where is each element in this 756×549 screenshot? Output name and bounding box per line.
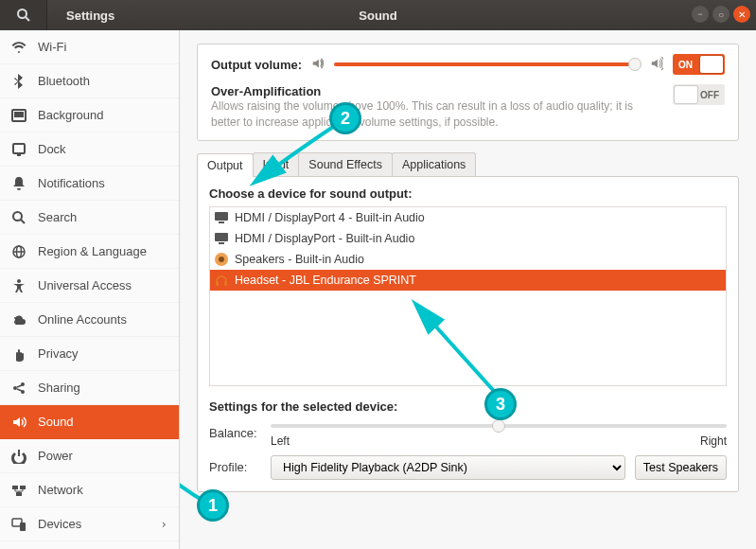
tab-applications[interactable]: Applications xyxy=(392,152,476,176)
svg-point-12 xyxy=(14,317,16,319)
svg-point-0 xyxy=(18,9,26,18)
sidebar-item-devices[interactable]: Devices› xyxy=(0,507,179,541)
header-search-button[interactable] xyxy=(0,0,47,30)
output-volume-label: Output volume: xyxy=(211,58,302,72)
sidebar-item-bluetooth[interactable]: Bluetooth xyxy=(0,64,179,98)
device-row[interactable]: Speakers - Built-in Audio xyxy=(210,249,726,270)
svg-point-13 xyxy=(13,386,17,390)
wifi-icon xyxy=(11,40,26,55)
minimize-button[interactable]: － xyxy=(692,6,709,23)
device-row[interactable]: HDMI / DisplayPort 4 - Built-in Audio xyxy=(210,207,726,228)
sidebar-item-label: Privacy xyxy=(38,346,79,361)
monitor-icon xyxy=(214,210,229,225)
svg-rect-24 xyxy=(215,212,228,221)
profile-select[interactable]: High Fidelity Playback (A2DP Sink) xyxy=(271,455,625,480)
sidebar-item-label: Wi-Fi xyxy=(38,40,66,54)
svg-rect-5 xyxy=(17,154,21,156)
svg-rect-26 xyxy=(215,233,228,241)
tab-sound-effects[interactable]: Sound Effects xyxy=(298,152,393,176)
background-icon xyxy=(11,108,26,123)
tab-output[interactable]: Output xyxy=(197,153,254,177)
sidebar: Wi-FiBluetoothBackgroundDockNotification… xyxy=(0,30,180,549)
sidebar-item-privacy[interactable]: Privacy xyxy=(0,337,179,371)
globe-icon xyxy=(11,244,26,259)
tab-body: Choose a device for sound output: HDMI /… xyxy=(197,176,739,492)
sidebar-item-label: Universal Access xyxy=(38,278,132,292)
profile-label: Profile: xyxy=(209,460,261,474)
output-volume-panel: Output volume: ON Over- xyxy=(197,44,739,141)
sidebar-item-label: Sound xyxy=(38,415,74,429)
close-button[interactable]: ✕ xyxy=(733,6,750,23)
output-volume-slider[interactable] xyxy=(334,58,641,71)
speaker-icon xyxy=(311,57,325,73)
content: Output volume: ON Over- xyxy=(180,30,756,549)
device-name: HDMI / DisplayPort 4 - Built-in Audio xyxy=(235,211,425,224)
sidebar-item-notifications[interactable]: Notifications xyxy=(0,167,179,201)
svg-rect-17 xyxy=(20,486,26,489)
sidebar-item-sound[interactable]: Sound xyxy=(0,405,179,439)
speaker-icon xyxy=(214,252,229,267)
maximize-button[interactable]: ○ xyxy=(712,6,730,23)
sidebar-item-label: Online Accounts xyxy=(38,312,127,327)
cloud-icon xyxy=(11,312,26,328)
device-row[interactable]: HDMI / DisplayPort - Built-in Audio xyxy=(210,228,726,249)
headset-icon xyxy=(214,273,229,288)
sidebar-item-dock[interactable]: Dock xyxy=(0,133,179,167)
speaker-loud-icon xyxy=(650,57,663,73)
hand-icon xyxy=(11,346,26,362)
device-name: HDMI / DisplayPort - Built-in Audio xyxy=(235,232,414,245)
overamp-title: Over-Amplification xyxy=(211,84,658,98)
dock-icon xyxy=(11,142,26,157)
svg-rect-3 xyxy=(14,112,24,117)
bluetooth-icon xyxy=(11,74,26,89)
share-icon xyxy=(11,381,26,396)
balance-label: Balance: xyxy=(209,426,261,440)
svg-rect-25 xyxy=(219,221,224,223)
monitor-icon xyxy=(214,231,229,246)
balance-slider[interactable]: Left Right xyxy=(271,419,727,448)
sidebar-item-label: Sharing xyxy=(38,381,80,395)
svg-point-11 xyxy=(17,279,21,283)
sidebar-item-label: Power xyxy=(38,449,73,463)
overamp-switch[interactable]: OFF xyxy=(673,84,725,105)
svg-line-1 xyxy=(26,17,29,21)
choose-device-header: Choose a device for sound output: xyxy=(209,186,727,201)
sidebar-item-search[interactable]: Search xyxy=(0,201,179,235)
sidebar-item-wi-fi[interactable]: Wi-Fi xyxy=(0,30,179,64)
balance-left-label: Left xyxy=(271,434,290,448)
device-list[interactable]: HDMI / DisplayPort 4 - Built-in AudioHDM… xyxy=(209,206,727,386)
svg-rect-30 xyxy=(216,281,219,286)
output-volume-switch[interactable]: ON xyxy=(673,54,725,75)
sidebar-item-power[interactable]: Power xyxy=(0,439,179,473)
svg-rect-20 xyxy=(20,522,26,531)
svg-line-7 xyxy=(21,220,25,223)
network-icon xyxy=(11,483,26,498)
svg-rect-31 xyxy=(224,281,227,286)
device-name: Headset - JBL Endurance SPRINT xyxy=(235,274,416,287)
svg-point-29 xyxy=(219,257,224,262)
svg-rect-4 xyxy=(13,144,25,153)
sidebar-item-label: Bluetooth xyxy=(38,74,90,88)
sidebar-item-details[interactable]: Details› xyxy=(0,541,179,549)
chevron-right-icon: › xyxy=(160,517,167,531)
power-icon xyxy=(11,449,26,464)
sidebar-item-sharing[interactable]: Sharing xyxy=(0,371,179,405)
device-row[interactable]: Headset - JBL Endurance SPRINT xyxy=(210,270,726,291)
sidebar-item-region-language[interactable]: Region & Language xyxy=(0,235,179,269)
test-speakers-button[interactable]: Test Speakers xyxy=(635,455,727,480)
tab-input[interactable]: Input xyxy=(253,152,300,176)
accessibility-icon xyxy=(11,278,26,293)
sidebar-item-label: Devices xyxy=(38,517,81,531)
app-title: Settings xyxy=(47,9,114,23)
titlebar: Settings Sound － ○ ✕ xyxy=(0,0,756,30)
annotation-1: 1 xyxy=(197,489,229,522)
sidebar-item-universal-access[interactable]: Universal Access xyxy=(0,269,179,303)
sidebar-item-background[interactable]: Background xyxy=(0,98,179,133)
sound-icon xyxy=(11,415,26,430)
sidebar-item-online-accounts[interactable]: Online Accounts xyxy=(0,303,179,337)
sidebar-item-network[interactable]: Network xyxy=(0,473,179,507)
bell-icon xyxy=(11,176,26,191)
sidebar-item-label: Notifications xyxy=(38,176,105,190)
sidebar-item-label: Search xyxy=(38,210,77,224)
balance-right-label: Right xyxy=(700,434,727,448)
